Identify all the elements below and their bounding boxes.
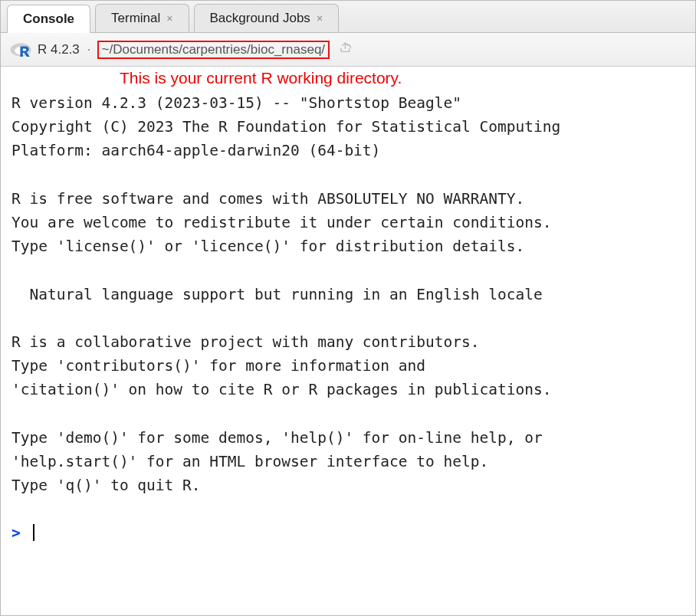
toolbar-separator: · — [87, 42, 91, 57]
working-dir-highlight-box: ~/Documents/carpentries/bioc_rnaseq/ — [97, 41, 330, 59]
console-toolbar: R 4.2.3 · ~/Documents/carpentries/bioc_r… — [1, 33, 695, 67]
tab-background-jobs-label: Background Jobs — [210, 11, 310, 26]
console-prompt: > — [11, 524, 21, 542]
cursor — [33, 524, 34, 541]
tab-terminal-label: Terminal — [111, 11, 160, 26]
annotation-text: This is your current R working directory… — [120, 69, 402, 87]
tab-background-jobs[interactable]: Background Jobs × — [194, 4, 340, 32]
close-icon[interactable]: × — [315, 12, 323, 25]
r-version: R 4.2.3 — [38, 42, 81, 57]
tab-console[interactable]: Console — [7, 5, 90, 33]
startup-message: R version 4.2.3 (2023-03-15) -- "Shortst… — [11, 94, 560, 494]
console-panel: Console Terminal × Background Jobs × R 4… — [0, 0, 696, 616]
tab-terminal[interactable]: Terminal × — [95, 4, 189, 32]
console-output[interactable]: R version 4.2.3 (2023-03-15) -- "Shortst… — [1, 90, 695, 615]
tab-bar: Console Terminal × Background Jobs × — [1, 1, 695, 33]
tab-console-label: Console — [23, 11, 74, 27]
r-logo-icon — [10, 41, 31, 58]
working-directory-path[interactable]: ~/Documents/carpentries/bioc_rnaseq/ — [102, 42, 326, 57]
annotation-row: This is your current R working directory… — [1, 67, 695, 90]
share-icon[interactable] — [339, 41, 353, 57]
close-icon[interactable]: × — [165, 12, 172, 25]
